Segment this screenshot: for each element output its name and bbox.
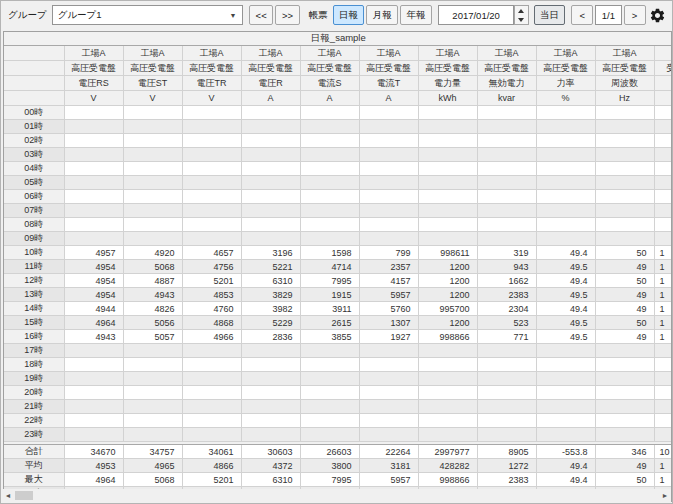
row-label: 00時	[4, 106, 64, 120]
table-row: 05時	[4, 176, 672, 190]
clipped-cell	[654, 204, 672, 218]
spinner-down-icon[interactable]	[515, 15, 527, 24]
daily-report-button[interactable]: 日報	[333, 5, 365, 25]
cell	[182, 414, 241, 428]
scrollbar-thumb[interactable]	[15, 491, 33, 500]
column-header-factory: 工場A	[477, 46, 536, 61]
cell: 4954	[64, 288, 123, 302]
today-button[interactable]: 当日	[534, 5, 566, 25]
cell	[241, 120, 300, 134]
cell: 8905	[477, 445, 536, 459]
row-label: 17時	[4, 344, 64, 358]
page-prev-button[interactable]: <	[571, 5, 593, 25]
cell	[595, 204, 654, 218]
cell: 428282	[418, 459, 477, 473]
date-spinner[interactable]	[514, 5, 528, 25]
horizontal-scrollbar[interactable]: ◄ ►	[2, 489, 671, 502]
column-header-factory: 工場A	[595, 46, 654, 61]
yearly-report-button[interactable]: 年報	[400, 5, 432, 25]
cell	[300, 120, 359, 134]
column-header-unit: kvar	[477, 91, 536, 106]
cell: 49.5	[536, 330, 595, 344]
row-label: 01時	[4, 120, 64, 134]
cell	[418, 190, 477, 204]
cell	[536, 414, 595, 428]
table-row: 19時	[4, 372, 672, 386]
column-header-unit: %	[536, 91, 595, 106]
cell: 5057	[123, 330, 182, 344]
header-corner	[4, 76, 64, 91]
chevron-down-icon: ▼	[224, 12, 242, 19]
cell: 2383	[477, 288, 536, 302]
next-group-button[interactable]: >>	[275, 5, 299, 25]
cell	[536, 190, 595, 204]
clipped-cell: 1	[654, 246, 672, 260]
column-header-measure: 電圧TR	[182, 76, 241, 91]
clipped-cell	[654, 190, 672, 204]
cell	[536, 106, 595, 120]
row-label: 04時	[4, 162, 64, 176]
date-field[interactable]: 2017/01/20	[438, 5, 515, 25]
column-header-measure: 無効電力	[477, 76, 536, 91]
cell	[241, 218, 300, 232]
clipped-cell	[654, 400, 672, 414]
clipped-column-header	[654, 91, 672, 106]
cell: 49	[595, 288, 654, 302]
cell: 3181	[359, 459, 418, 473]
cell: 998866	[418, 330, 477, 344]
cell	[182, 162, 241, 176]
column-header-unit: A	[300, 91, 359, 106]
cell	[536, 162, 595, 176]
clipped-cell	[654, 134, 672, 148]
column-header-factory: 工場A	[359, 46, 418, 61]
cell	[536, 176, 595, 190]
cell	[418, 344, 477, 358]
cell	[123, 386, 182, 400]
cell	[241, 372, 300, 386]
table-row: 06時	[4, 190, 672, 204]
cell	[241, 106, 300, 120]
row-label: 21時	[4, 400, 64, 414]
scroll-right-icon[interactable]: ►	[659, 492, 671, 499]
scroll-left-icon[interactable]: ◄	[2, 492, 14, 499]
clipped-column-header	[654, 76, 672, 91]
cell	[300, 344, 359, 358]
column-header-unit: A	[241, 91, 300, 106]
cell	[123, 120, 182, 134]
spinner-up-icon[interactable]	[515, 6, 527, 15]
cell	[300, 386, 359, 400]
cell	[64, 428, 123, 442]
cell	[300, 414, 359, 428]
cell: 49.4	[536, 274, 595, 288]
cell: 3855	[300, 330, 359, 344]
cell	[123, 190, 182, 204]
cell: 1200	[418, 274, 477, 288]
clipped-cell: 1	[654, 260, 672, 274]
cell: 49.4	[536, 473, 595, 487]
gear-icon	[649, 7, 666, 24]
cell: 1200	[418, 288, 477, 302]
prev-group-button[interactable]: <<	[249, 5, 273, 25]
cell: 49	[595, 260, 654, 274]
column-header-panel: 高圧受電盤	[182, 61, 241, 76]
row-label: 12時	[4, 274, 64, 288]
monthly-report-button[interactable]: 月報	[366, 5, 398, 25]
settings-button[interactable]	[648, 4, 669, 26]
row-label: 05時	[4, 176, 64, 190]
column-header-factory: 工場A	[300, 46, 359, 61]
cell	[418, 386, 477, 400]
cell	[477, 176, 536, 190]
column-header-measure: 力率	[536, 76, 595, 91]
cell: 4954	[64, 274, 123, 288]
page-next-button[interactable]: >	[624, 5, 646, 25]
cell: 3911	[300, 302, 359, 316]
group-select[interactable]: グループ1 ▼	[52, 5, 243, 25]
cell	[182, 232, 241, 246]
cell	[418, 414, 477, 428]
cell	[64, 218, 123, 232]
table-row: 03時	[4, 148, 672, 162]
table-row: 15時496450564868522926151307120052349.550…	[4, 316, 672, 330]
cell: 4853	[182, 288, 241, 302]
cell: 1272	[477, 459, 536, 473]
cell	[595, 232, 654, 246]
